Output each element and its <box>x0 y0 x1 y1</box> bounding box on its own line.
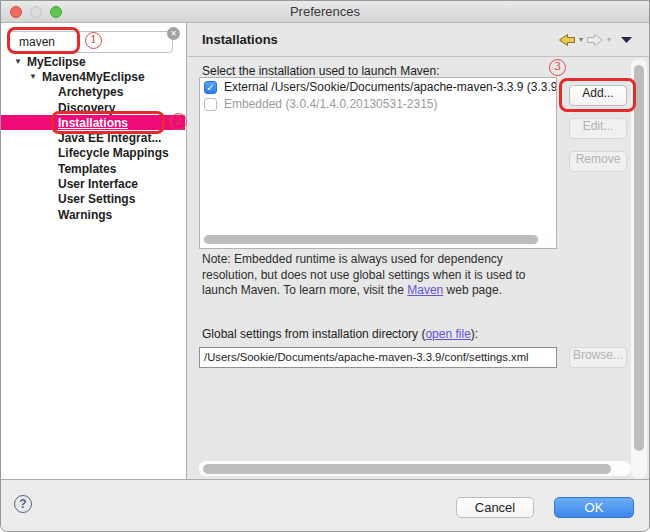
forward-arrow-icon[interactable] <box>586 33 604 47</box>
list-horizontal-scrollbar[interactable] <box>201 233 555 247</box>
pane-vertical-scrollbar[interactable] <box>631 59 647 479</box>
open-file-link[interactable]: open file <box>425 327 470 341</box>
pane-horizontal-scrollbar[interactable] <box>199 461 631 476</box>
filter-search-input[interactable]: maven <box>9 31 173 53</box>
edit-button: Edit... <box>569 118 627 139</box>
view-menu-icon[interactable] <box>620 36 633 44</box>
window-title: Preferences <box>1 1 649 22</box>
add-button[interactable]: Add... <box>569 85 627 106</box>
pane-header: Installations ▾ ▾ <box>188 23 649 57</box>
browse-button: Browse... <box>569 347 627 368</box>
clear-search-icon[interactable]: ✕ <box>167 27 180 40</box>
preferences-sidebar: maven ✕ ▼ MyEclipse ▼ Maven4MyEclipse Ar… <box>1 23 187 479</box>
dialog-footer: ? Cancel OK <box>1 479 649 531</box>
remove-button: Remove <box>569 151 627 172</box>
minimize-window-button[interactable] <box>30 6 42 18</box>
preferences-window: Preferences maven ✕ ▼ MyEclipse ▼ Maven4… <box>0 0 650 532</box>
tree-item-templates[interactable]: Templates <box>1 161 185 176</box>
help-button[interactable]: ? <box>14 495 32 513</box>
installations-pane: Installations ▾ ▾ Select the installatio… <box>188 23 649 479</box>
scrollbar-thumb[interactable] <box>203 464 611 474</box>
tree-item-myeclipse[interactable]: ▼ MyEclipse <box>1 54 185 69</box>
zoom-window-button[interactable] <box>50 6 62 18</box>
global-settings-label: Global settings from installation direct… <box>202 327 478 341</box>
embedded-runtime-note: Note: Embedded runtime is always used fo… <box>202 252 554 299</box>
forward-history-dropdown-icon[interactable]: ▾ <box>607 35 611 44</box>
expand-arrow-icon[interactable]: ▼ <box>29 72 42 81</box>
tree-item-user-interface[interactable]: User Interface <box>1 176 185 191</box>
close-window-button[interactable] <box>10 6 22 18</box>
expand-arrow-icon[interactable]: ▼ <box>14 57 27 66</box>
tree-item-java-ee-integration[interactable]: Java EE Integrat... <box>1 130 185 145</box>
list-item-embedded-maven[interactable]: Embedded (3.0.4/1.4.0.20130531-2315) <box>200 95 556 112</box>
scrollbar-thumb[interactable] <box>634 65 644 451</box>
back-arrow-icon[interactable] <box>558 33 576 47</box>
scrollbar-thumb[interactable] <box>204 235 538 244</box>
tree-item-lifecycle-mappings[interactable]: Lifecycle Mappings <box>1 146 185 161</box>
maven-web-link[interactable]: Maven <box>407 283 443 297</box>
tree-item-warnings[interactable]: Warnings <box>1 207 185 222</box>
select-installation-label: Select the installation used to launch M… <box>202 64 439 78</box>
tree-item-maven4myeclipse[interactable]: ▼ Maven4MyEclipse <box>1 69 185 84</box>
cancel-button[interactable]: Cancel <box>456 497 534 518</box>
back-history-dropdown-icon[interactable]: ▾ <box>579 35 583 44</box>
tree-item-discovery[interactable]: Discovery <box>1 100 185 115</box>
tree-item-user-settings[interactable]: User Settings <box>1 192 185 207</box>
ok-button[interactable]: OK <box>554 497 634 518</box>
global-settings-path-input[interactable]: /Users/Sookie/Documents/apache-maven-3.3… <box>199 347 557 368</box>
unchecked-checkbox[interactable] <box>204 98 217 111</box>
tree-item-installations[interactable]: Installations <box>1 115 185 130</box>
title-bar: Preferences <box>1 1 649 23</box>
installations-list[interactable]: ✓ External /Users/Sookie/Documents/apach… <box>199 77 557 249</box>
list-item-external-maven[interactable]: ✓ External /Users/Sookie/Documents/apach… <box>200 78 556 95</box>
pane-title: Installations <box>188 32 558 47</box>
tree-item-archetypes[interactable]: Archetypes <box>1 85 185 100</box>
preferences-tree: ▼ MyEclipse ▼ Maven4MyEclipse Archetypes… <box>1 54 185 222</box>
checked-checkbox[interactable]: ✓ <box>204 81 217 94</box>
